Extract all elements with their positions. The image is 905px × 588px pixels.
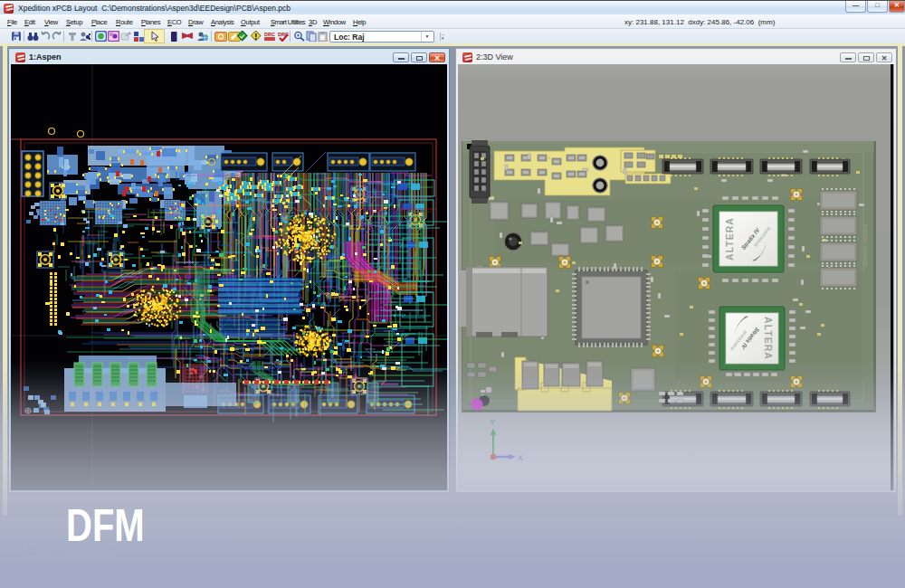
svg-text:ALTERA: ALTERA <box>763 317 774 360</box>
svg-text:DRC: DRC <box>264 32 275 37</box>
svg-text:Y: Y <box>490 418 495 427</box>
svg-text:8GSV9344 A0C2031: 8GSV9344 A0C2031 <box>863 223 869 267</box>
svg-text:X: X <box>518 453 523 462</box>
svg-text:ALTERA: ALTERA <box>724 217 735 261</box>
